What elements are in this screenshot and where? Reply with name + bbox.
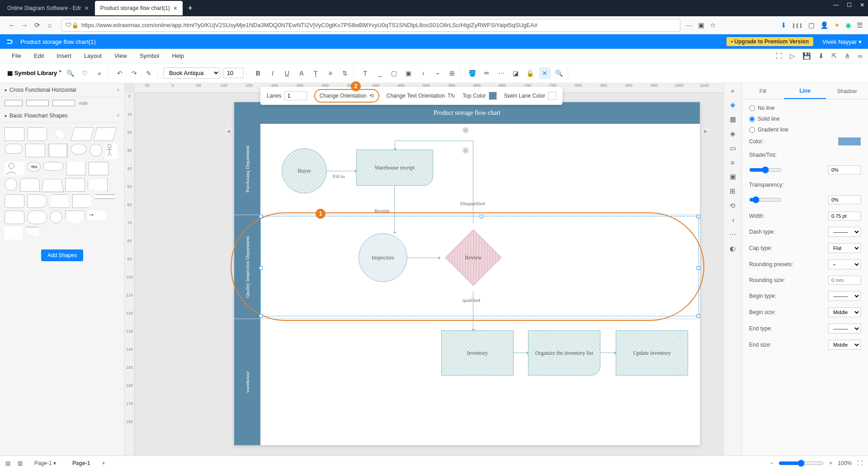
italic-button[interactable]: I	[267, 67, 278, 79]
link-icon[interactable]: ∞	[858, 52, 863, 60]
collapse-icon[interactable]: «	[94, 67, 105, 79]
more-panel-icon[interactable]: ⋯	[729, 230, 736, 238]
layers-icon[interactable]: ◈	[730, 130, 736, 138]
rounding-preset-select[interactable]: ⌐	[828, 259, 861, 269]
section-basic-flowchart[interactable]: ▾ Basic Flowchart Shapes ×	[0, 109, 124, 123]
canvas-viewport[interactable]: Product storage flow chart Purchasing De…	[135, 93, 723, 456]
font-size-input[interactable]	[223, 68, 244, 78]
align-button[interactable]: ≡	[325, 67, 336, 79]
minimize-icon[interactable]: —	[833, 2, 839, 8]
diagram-page[interactable]: Product storage flow chart Purchasing De…	[234, 102, 700, 446]
shape-arc[interactable]	[25, 227, 39, 236]
arrange-icon[interactable]: ⫞	[731, 216, 735, 224]
distribute-icon[interactable]: ⫟	[432, 67, 443, 79]
zoom-slider[interactable]	[778, 460, 824, 467]
search-icon[interactable]: 🔍	[65, 67, 76, 79]
group-icon[interactable]: ⊞	[446, 67, 458, 79]
resize-handle[interactable]	[697, 314, 700, 318]
shape-circle2[interactable]	[5, 178, 17, 191]
page-layout-icon[interactable]: ▤	[5, 460, 10, 466]
shape-buyer[interactable]: Buyer	[282, 148, 327, 193]
home-button[interactable]: ⌂	[43, 19, 56, 32]
shape-delay[interactable]	[27, 194, 47, 208]
shape-annotation[interactable]	[5, 227, 23, 240]
extension2-icon[interactable]: ◉	[845, 21, 851, 29]
reload-button[interactable]: ⟳	[31, 19, 43, 32]
shape-inventory[interactable]: Inventory	[441, 330, 514, 376]
extension1-icon[interactable]: ✦	[834, 21, 840, 29]
shape-lines[interactable]	[95, 194, 115, 199]
resize-handle[interactable]	[697, 266, 700, 270]
export-icon[interactable]: ⇱	[831, 52, 837, 60]
shape-decision[interactable]	[53, 128, 66, 141]
connector[interactable]	[327, 171, 356, 171]
swimlane-title[interactable]: Product storage flow chart	[234, 102, 700, 124]
close-section-icon[interactable]: ×	[117, 87, 120, 93]
tab-line[interactable]: Line	[784, 83, 826, 99]
close-icon[interactable]: ×	[174, 5, 177, 12]
top-color-control[interactable]: Top Color	[462, 92, 496, 100]
download-icon[interactable]: ⬇	[818, 52, 824, 60]
align-objects-icon[interactable]: ⫞	[417, 67, 429, 79]
bookmark-icon[interactable]: ☆	[710, 21, 716, 29]
dash-select[interactable]: ———	[828, 227, 861, 237]
shape-warehouse-receipt[interactable]: Warehouse receipt	[356, 150, 433, 186]
page-tab-1[interactable]: Page-1	[68, 459, 94, 467]
format-painter-icon[interactable]: ✎	[143, 67, 155, 79]
undo-button[interactable]: ↶	[114, 67, 126, 79]
font-color-button[interactable]: A	[296, 67, 307, 79]
more-icon[interactable]: ⋯	[686, 21, 693, 29]
tab-shadow[interactable]: Shadow	[826, 83, 868, 99]
text-tool-icon[interactable]: T	[359, 67, 371, 79]
swimlane-shape-h[interactable]	[5, 100, 23, 106]
shape-rect3[interactable]	[65, 178, 85, 192]
add-page-button[interactable]: +	[102, 460, 105, 466]
lanes-input[interactable]	[284, 91, 307, 100]
fullscreen-icon[interactable]: ⛶	[857, 460, 863, 466]
text-effect-button[interactable]: Ṯ	[310, 67, 322, 79]
document-title[interactable]: Product storage flow chart(1)	[20, 38, 726, 45]
shape-data[interactable]	[71, 127, 94, 141]
lane-add-icon[interactable]: +	[462, 147, 469, 154]
shape-rounded3[interactable]	[5, 211, 24, 224]
menu-view[interactable]: View	[108, 52, 133, 59]
shape-pentagon[interactable]	[72, 194, 92, 208]
begin-type-select[interactable]: ———	[828, 291, 861, 301]
font-select[interactable]: Book Antiqua	[163, 67, 220, 79]
menu-help[interactable]: Help	[165, 52, 190, 59]
tools-icon[interactable]: ✕	[539, 67, 551, 79]
shape-yes[interactable]: Yes	[27, 162, 41, 172]
radio-gradient-line[interactable]: Gradient line	[749, 127, 861, 133]
shape-parallelogram[interactable]	[93, 127, 117, 141]
history-icon[interactable]: ⟲	[730, 202, 736, 210]
line-spacing-button[interactable]: ⇅	[339, 67, 351, 79]
resize-handle[interactable]	[259, 314, 263, 318]
upgrade-button[interactable]: • Upgrade to Premium Version	[726, 37, 813, 46]
shade-value[interactable]	[828, 165, 861, 174]
shape-rounded2[interactable]	[5, 194, 24, 208]
save-icon[interactable]: 💾	[802, 52, 811, 60]
width-input[interactable]	[828, 212, 861, 221]
shape-ellipse[interactable]	[71, 144, 87, 155]
top-color-swatch[interactable]	[489, 92, 497, 100]
shape-trap[interactable]	[50, 194, 70, 208]
browser-tab-active[interactable]: Product storage flow chart(1) ×	[95, 1, 183, 15]
swimlane-color-swatch[interactable]	[548, 92, 556, 100]
add-shapes-button[interactable]: Add Shapes	[41, 249, 83, 261]
shape-process[interactable]	[5, 127, 24, 141]
underline-button[interactable]: U	[281, 67, 293, 79]
user-menu[interactable]: Vivek Nayyar ▾	[822, 38, 862, 45]
menu-icon[interactable]: ☰	[857, 21, 863, 29]
tree-icon[interactable]: ⊞	[730, 187, 736, 195]
close-icon[interactable]: ×	[85, 5, 88, 12]
rounding-size-input[interactable]	[828, 276, 861, 285]
shape-arrow[interactable]: →	[88, 211, 106, 220]
menu-file[interactable]: File	[5, 52, 28, 59]
resize-handle[interactable]	[259, 215, 263, 218]
redo-button[interactable]: ↷	[128, 67, 140, 79]
new-tab-button[interactable]: +	[184, 4, 198, 13]
line-color-icon[interactable]: ✏	[481, 67, 493, 79]
zoom-out-button[interactable]: −	[770, 460, 773, 466]
image-icon[interactable]: ▣	[403, 67, 415, 79]
forward-button[interactable]: →	[18, 19, 31, 32]
